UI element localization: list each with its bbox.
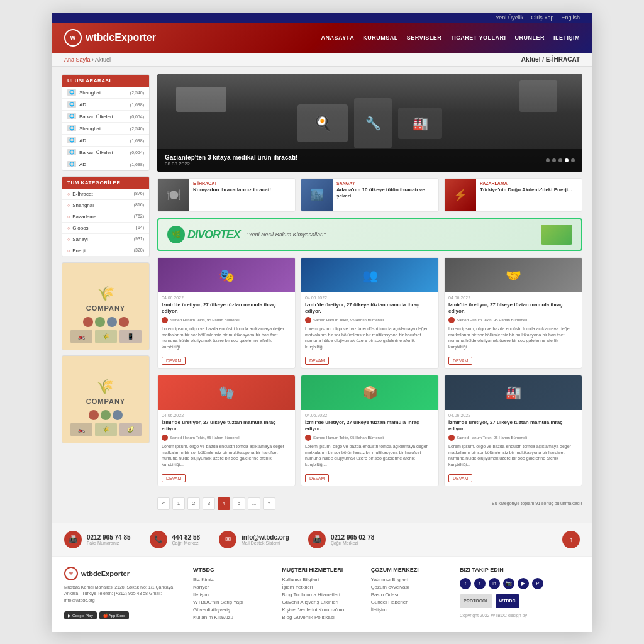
hero-dot-2[interactable]	[552, 158, 556, 162]
sidebar-locations: ULUSLARARASI 🌐 Shanghai (2,540) 🌐 AD (1,…	[62, 74, 150, 171]
nav-iletisim[interactable]: İLETİŞİM	[553, 35, 580, 41]
topbar-new-member[interactable]: Yeni Üyelik	[496, 14, 523, 21]
back-to-top-button[interactable]: ↑	[562, 531, 580, 548]
flag-icon-3: 🌐	[67, 125, 76, 131]
page-4[interactable]: 4	[218, 497, 230, 510]
news-item-0[interactable]: 🍽️ E-İHRACAT Komyadon ihracatlarınız ihr…	[157, 178, 296, 212]
sidebar-loc-4[interactable]: 🌐 AD (1,698)	[62, 135, 149, 147]
hero-dot-1[interactable]	[546, 158, 550, 162]
footer-link-blog-guv[interactable]: Blog Güvenlik Politikası	[282, 614, 362, 620]
article-read-more-1[interactable]: DEVAM	[305, 357, 329, 365]
footer-link-alisveris[interactable]: Güvenli Alışveriş Etkinleri	[282, 599, 362, 605]
sidebar-loc-6[interactable]: 🌐 AD (1,698)	[62, 158, 149, 170]
news-item-1[interactable]: 🏙️ ŞANGAY Adana'nın 10 ülkeye tütün ihra…	[301, 178, 439, 212]
social-twitter[interactable]: t	[474, 578, 486, 589]
social-pinterest[interactable]: P	[532, 578, 543, 589]
article-card-1[interactable]: 👥 04.06.2022 İzmir'de üretiyor, 27 ülkey…	[301, 257, 439, 369]
footer-link-bizkimiz[interactable]: Biz Kimiz	[193, 577, 273, 582]
page-5[interactable]: 5	[233, 497, 245, 510]
article-read-more-5[interactable]: DEVAM	[448, 474, 472, 482]
google-play-button[interactable]: ▶ Google Play	[64, 611, 97, 619]
hero-banner[interactable]: 🍳 🔧 🏭 Gaziantep'ten 3 kıtaya medikal ürü…	[157, 74, 582, 172]
footer-link-basin[interactable]: Basın Odası	[371, 592, 451, 597]
article-read-more-3[interactable]: DEVAM	[162, 474, 186, 482]
footer-solution-title: Çözüm Merkezi	[371, 567, 451, 573]
divortex-banner[interactable]: 🌿 DIVORTEX "Yeni Nesil Bakım Kimyasallar…	[157, 218, 582, 251]
page-3[interactable]: 3	[203, 497, 215, 510]
footer-link-cozum[interactable]: Çözüm evvelvasi	[371, 584, 451, 590]
sidebar-loc-1[interactable]: 🌐 AD (1,698)	[62, 99, 149, 111]
page-1[interactable]: 1	[172, 497, 185, 510]
article-card-4[interactable]: 📦 04.06.2022 İzmir'de üretiyor, 27 ülkey…	[301, 375, 439, 486]
footer-link-iletisim2[interactable]: İletişim	[371, 607, 451, 613]
footer-link-kullanim[interactable]: Kullanım Kılavuzu	[193, 614, 273, 620]
topbar-login[interactable]: Giriş Yap	[531, 14, 553, 21]
social-linkedin[interactable]: in	[489, 578, 500, 589]
author-text-1: Samed Hanum Tekin, 95 Hahan Bürneneli	[313, 318, 384, 322]
nav-urunler[interactable]: ÜRÜNLER	[515, 35, 545, 41]
article-read-more-0[interactable]: DEVAM	[162, 357, 186, 365]
article-author-2: Samed Hanum Tekin, 95 Hahan Bürneneli	[448, 317, 578, 323]
article-date-3: 04.06.2022	[162, 413, 291, 418]
sidebar-cat-4[interactable]: Sanayi (931)	[62, 234, 149, 245]
footer-link-blog-top[interactable]: Blog Topluluma Hizmetleri	[282, 592, 362, 597]
footer-link-satis[interactable]: WTBDC'nin Satış Yapı	[193, 599, 273, 605]
article-card-0[interactable]: 🎭 04.06.2022 İzmir'de üretiyor, 27 ülkey…	[157, 257, 296, 369]
footer-link-guvenli[interactable]: Güvenli Alışveriş	[193, 607, 273, 613]
news-thumb-img-2: ⚡	[445, 179, 476, 211]
article-card-3[interactable]: 🧤 04.06.2022 İzmir'de üretiyor, 27 ülkey…	[157, 375, 296, 486]
social-youtube[interactable]: ▶	[518, 578, 529, 589]
logo[interactable]: w wtbdcExporter	[64, 29, 156, 47]
article-card-5[interactable]: 🏭 04.06.2022 İzmir'de üretiyor, 27 ülkey…	[444, 375, 582, 486]
topbar-language[interactable]: English	[561, 14, 580, 21]
footer-follow-col: Bizi Takip Edin f t in 📷 ▶ P PROTOCOL WT…	[460, 567, 580, 622]
footer-link-kullanici[interactable]: Kullanıcı Bilgileri	[282, 577, 362, 582]
app-store-icon: 🍎	[103, 613, 108, 618]
sidebar-cat-0[interactable]: E-İhracat (876)	[62, 189, 149, 200]
ad-banner-2[interactable]: 🌾 COMPANY 🏍️ 🌾 🥑	[62, 355, 150, 443]
article-read-more-2[interactable]: DEVAM	[448, 357, 472, 365]
app-store-button[interactable]: 🍎 App Store	[99, 611, 130, 619]
nav-kurumsal[interactable]: KURUMSAL	[363, 35, 398, 41]
footer-link-yatirim[interactable]: Yatırımcı Bilgileri	[371, 577, 451, 582]
main-content: ULUSLARARASI 🌐 Shanghai (2,540) 🌐 AD (1,…	[52, 67, 592, 523]
footer-badges: PROTOCOL WTBDC	[460, 594, 580, 608]
divortex-logo-text: DIVORTEX	[187, 228, 240, 242]
footer-link-islem[interactable]: İşlem Yetkileri	[282, 584, 362, 590]
sidebar-cat-5[interactable]: Enerji (320)	[62, 245, 149, 257]
social-facebook[interactable]: f	[460, 578, 471, 589]
sidebar-cat-3[interactable]: Globos (14)	[62, 223, 149, 234]
fax2-icon: 📠	[308, 531, 326, 548]
breadcrumb-home[interactable]: Ana Sayfa	[64, 57, 91, 63]
sidebar-cat-2[interactable]: Pazarlama (762)	[62, 211, 149, 223]
sidebar-loc-0[interactable]: 🌐 Shanghai (2,540)	[62, 87, 149, 99]
sidebar-cat-1[interactable]: Shanghai (816)	[62, 200, 149, 211]
footer-link-haberler[interactable]: Güncel Haberler	[371, 599, 451, 605]
article-card-2[interactable]: 🤝 04.06.2022 İzmir'de üretiyor, 27 ülkey…	[444, 257, 582, 369]
footer-link-iletisim[interactable]: İletişim	[193, 592, 273, 597]
contact-fax2-info: 0212 965 02 78 Çağrı Merkezi	[331, 534, 375, 545]
hero-dot-3[interactable]	[558, 158, 562, 162]
sidebar-loc-2[interactable]: 🌐 Balkan Ülkeleri (0,054)	[62, 111, 149, 123]
hero-dot-5[interactable]	[571, 158, 575, 162]
social-instagram[interactable]: 📷	[503, 578, 514, 589]
page-next[interactable]: »	[263, 497, 275, 510]
nav-anasayfa[interactable]: ANASAYFA	[321, 35, 355, 41]
sidebar-loc-3[interactable]: 🌐 Shanghai (2,540)	[62, 123, 149, 135]
page-2[interactable]: 2	[187, 497, 200, 510]
news-item-2[interactable]: ⚡ PAZARLAMA Türkiye'nin Doğu Akdeniz'dek…	[444, 178, 582, 212]
flag-icon-4: 🌐	[67, 137, 76, 143]
footer-wtbdc-title: WTBDC	[193, 567, 273, 573]
ad-banner-1[interactable]: 🌾 COMPANY 🏍️ 🌾 📱	[62, 262, 150, 350]
flag-icon-5: 🌐	[67, 149, 76, 155]
footer-link-kariyer[interactable]: Kariyer	[193, 584, 273, 590]
nav-servisler[interactable]: SERVİSLER	[407, 35, 441, 41]
hero-dot-4[interactable]	[565, 158, 569, 162]
footer-link-kisisel[interactable]: Kişisel Verilerini Koruma'nın	[282, 607, 362, 613]
page-label: Aktüel / E-İHRACAT	[521, 56, 580, 63]
page-prev[interactable]: «	[157, 497, 170, 510]
sidebar-loc-5[interactable]: 🌐 Balkan Ülkeleri (0,054)	[62, 147, 149, 158]
header: w wtbdcExporter ANASAYFA KURUMSAL SERVİS…	[52, 23, 592, 53]
article-read-more-4[interactable]: DEVAM	[305, 474, 329, 482]
nav-ticaret[interactable]: TİCARET YOLLARI	[450, 35, 506, 41]
